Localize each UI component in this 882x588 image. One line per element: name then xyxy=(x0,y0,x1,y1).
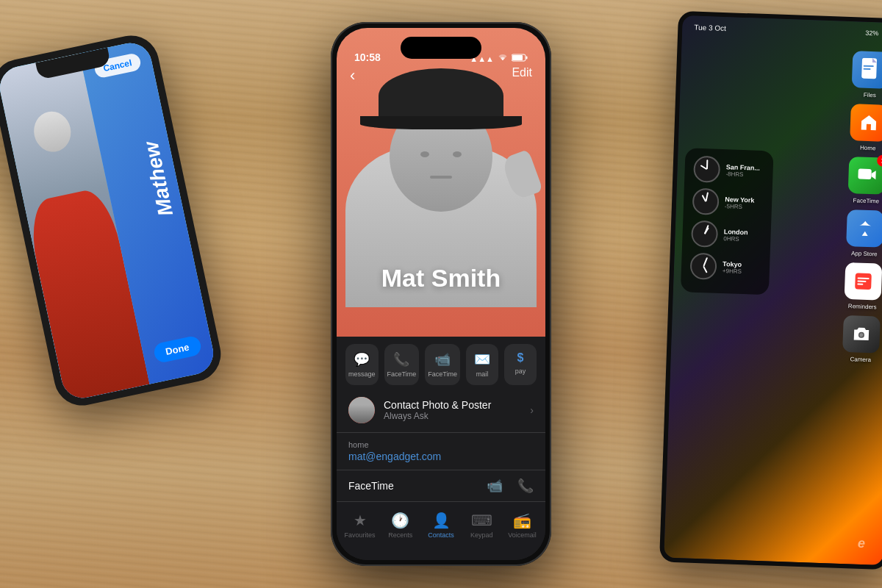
clock-face-lon xyxy=(691,220,718,248)
app-facetime-label: FaceTime xyxy=(853,197,880,204)
pay-label: pay xyxy=(515,368,526,375)
clock-info-sf: San Fran... -8HRS xyxy=(725,163,760,179)
tab-contacts[interactable]: 👤 Contacts xyxy=(420,512,461,539)
app-camera-icon[interactable] xyxy=(842,315,881,354)
app-appstore-icon[interactable] xyxy=(846,209,882,248)
favourites-label: Favourites xyxy=(345,531,376,539)
app-home-wrapper: Home xyxy=(850,104,882,142)
contacts-label: Contacts xyxy=(428,531,454,539)
clock-face-sf xyxy=(693,156,720,183)
clock-diff-lon: 0HRS xyxy=(723,235,747,243)
poster-text-group: Contact Photo & Poster Always Ask xyxy=(384,399,530,421)
message-button[interactable]: 💬 message xyxy=(345,344,379,385)
keypad-label: Keypad xyxy=(470,531,493,539)
email-label: home xyxy=(348,440,534,449)
phone-button[interactable]: 📞 FaceTime xyxy=(384,344,420,385)
tab-favourites[interactable]: ★ Favourites xyxy=(340,512,380,539)
right-eye xyxy=(453,151,462,157)
action-buttons-row: 💬 message 📞 FaceTime 📹 FaceTime ✉️ mail … xyxy=(337,337,545,392)
tab-voicemail[interactable]: 📻 Voicemail xyxy=(502,512,542,539)
app-appstore-wrapper: App Store xyxy=(846,209,882,248)
mouth xyxy=(430,176,452,179)
clock-diff-ny: -5HRS xyxy=(725,203,754,210)
app-files-icon[interactable] xyxy=(852,51,882,89)
pay-button[interactable]: $ pay xyxy=(504,344,537,385)
clock-diff-tok: +9HRS xyxy=(723,268,742,275)
app-home-label: Home xyxy=(860,145,876,152)
poster-title: Contact Photo & Poster xyxy=(384,399,530,411)
svg-rect-6 xyxy=(858,168,871,179)
message-label: message xyxy=(348,370,376,378)
poster-avatar xyxy=(348,397,375,423)
ipad-date: Tue 3 Oct xyxy=(694,23,726,32)
edit-button[interactable]: Edit xyxy=(512,66,532,79)
facetime-section: FaceTime 📹 📞 xyxy=(337,470,545,501)
battery-icon xyxy=(512,54,528,63)
min-hand-sf xyxy=(706,159,708,169)
facetime-badge: 1 xyxy=(877,154,882,167)
svg-rect-1 xyxy=(526,57,528,60)
app-files-wrapper: Files xyxy=(852,51,882,89)
contact-name-overlay: Mat Smith xyxy=(337,264,545,293)
clock-london: London 0HRS xyxy=(691,220,762,249)
contacts-icon: 👤 xyxy=(432,512,451,529)
back-button[interactable]: ‹ xyxy=(350,66,355,85)
tab-keypad[interactable]: ⌨ Keypad xyxy=(462,512,502,539)
recents-label: Recents xyxy=(388,531,412,539)
svg-rect-5 xyxy=(864,68,871,70)
facetime-video-button[interactable]: 📹 FaceTime xyxy=(425,344,460,385)
clock-newyork: New York -5HRS xyxy=(692,188,764,217)
wifi-icon xyxy=(498,54,508,63)
svg-rect-2 xyxy=(512,55,523,60)
phone-icon: 📞 xyxy=(393,351,409,368)
clock-city-lon: London xyxy=(724,228,748,236)
email-detail-section: home mat@engadget.com xyxy=(337,433,545,470)
clock-tokyo: Tokyo +9HRS xyxy=(689,253,761,282)
app-reminders-wrapper: Reminders xyxy=(845,262,882,301)
clock-face-tok xyxy=(689,253,717,280)
svg-rect-10 xyxy=(857,284,863,285)
app-facetime-wrapper: 1 FaceTime xyxy=(848,157,882,195)
svg-rect-9 xyxy=(857,281,866,282)
voicemail-label: Voicemail xyxy=(508,531,537,539)
cap-brim xyxy=(360,116,522,129)
ipad-status-right: 32% 🔋 xyxy=(865,29,882,37)
center-iphone: 10:58 ▲▲▲ xyxy=(331,22,551,566)
mail-label: mail xyxy=(476,370,489,378)
clock-sanfrancisco: San Fran... -8HRS xyxy=(693,156,764,184)
dynamic-island xyxy=(401,37,481,59)
mail-button[interactable]: ✉️ mail xyxy=(466,344,498,385)
clocks-widget: San Fran... -8HRS New York -5HRS xyxy=(681,148,774,295)
favourites-icon: ★ xyxy=(354,512,367,529)
app-camera-label: Camera xyxy=(850,356,871,363)
ipad-battery-pct: 32% xyxy=(865,29,878,37)
app-facetime-icon[interactable]: 1 xyxy=(848,157,882,195)
cap-crown xyxy=(379,68,503,123)
engadget-watermark: e xyxy=(858,536,866,551)
facetime-audio-icon[interactable]: 📞 xyxy=(517,478,534,494)
facetime-section-label: FaceTime xyxy=(348,480,394,492)
center-iphone-screen: 10:58 ▲▲▲ xyxy=(337,28,545,560)
app-appstore-label: App Store xyxy=(851,250,878,257)
left-eye xyxy=(420,151,429,157)
facetime-video-label: FaceTime xyxy=(428,370,457,378)
clock-city-ny: New York xyxy=(725,196,755,204)
email-value[interactable]: mat@engadget.com xyxy=(348,451,534,462)
ipad-screen: Tue 3 Oct 32% 🔋 San Fran... -8HRS xyxy=(664,15,882,565)
voicemail-icon: 📻 xyxy=(513,512,531,529)
recents-icon: 🕐 xyxy=(391,512,409,529)
message-icon: 💬 xyxy=(354,351,370,368)
facetime-video-action-icon[interactable]: 📹 xyxy=(487,478,503,494)
status-time: 10:58 xyxy=(354,51,381,63)
clock-city-tok: Tokyo xyxy=(723,260,742,268)
min-hand-ny xyxy=(705,192,708,201)
contact-photo-poster-row[interactable]: Contact Photo & Poster Always Ask › xyxy=(337,388,545,433)
app-reminders-icon[interactable] xyxy=(845,262,882,301)
tab-recents[interactable]: 🕐 Recents xyxy=(380,512,420,539)
left-face xyxy=(30,108,74,155)
right-ipad: Tue 3 Oct 32% 🔋 San Fran... -8HRS xyxy=(659,11,882,570)
app-home-icon[interactable] xyxy=(850,104,882,142)
clock-diff-sf: -8HRS xyxy=(725,171,759,179)
phone-label: FaceTime xyxy=(387,370,417,378)
facetime-video-icon: 📹 xyxy=(434,351,451,368)
